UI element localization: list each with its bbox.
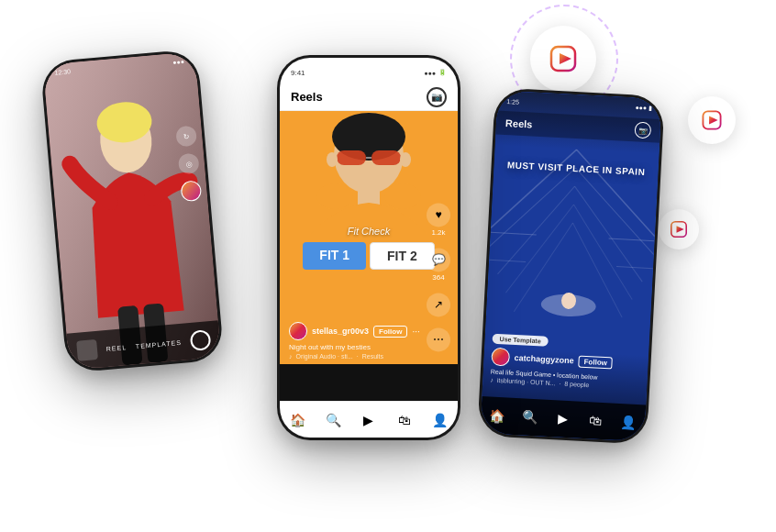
right-nav-reels[interactable]: ▶ bbox=[553, 409, 572, 428]
right-people: 8 people bbox=[564, 381, 589, 388]
center-username: stellas_gr00v3 bbox=[312, 327, 369, 336]
right-time: 1:25 bbox=[506, 98, 519, 105]
like-count: 1.2k bbox=[431, 228, 445, 237]
phone-right: 1:25 ●●● ▮ Reels 📷 MUST VISIT PLACE IN S… bbox=[477, 87, 665, 444]
left-shutter[interactable] bbox=[190, 329, 212, 351]
fit2-button[interactable]: FIT 2 bbox=[370, 242, 435, 270]
center-camera-icon[interactable]: 📷 bbox=[427, 87, 447, 107]
center-time: 9:41 bbox=[291, 69, 305, 77]
svg-rect-16 bbox=[371, 150, 401, 165]
reel-label: REEL bbox=[106, 344, 127, 352]
ctrl-filters[interactable]: ◎ bbox=[178, 153, 200, 175]
comment-count: 364 bbox=[432, 273, 444, 282]
right-nav-home[interactable]: 🏠 bbox=[488, 406, 507, 426]
like-action[interactable]: ♥ 1.2k bbox=[427, 203, 450, 237]
center-more-dots[interactable]: ··· bbox=[412, 327, 419, 337]
float-icon-small bbox=[659, 209, 699, 249]
right-username: catchaggyzone bbox=[514, 353, 573, 365]
right-camera-icon[interactable]: 📷 bbox=[634, 121, 651, 139]
svg-point-22 bbox=[384, 183, 421, 209]
scene: 12:30 ●●● ↻ ◎ REEL TEMPLATES bbox=[0, 0, 776, 532]
center-caption: Night out with my besties bbox=[289, 343, 449, 351]
right-header-title: Reels bbox=[505, 117, 533, 130]
center-battery: 🔋 bbox=[438, 69, 447, 76]
svg-marker-1 bbox=[560, 53, 571, 64]
templates-label: TEMPLATES bbox=[136, 338, 183, 349]
center-user-row: stellas_gr00v3 Follow ··· bbox=[289, 322, 449, 340]
right-avatar bbox=[491, 348, 510, 367]
right-nav-shop[interactable]: 🛍 bbox=[586, 411, 605, 430]
music-note: ♪ bbox=[289, 353, 293, 360]
fit1-button[interactable]: FIT 1 bbox=[303, 242, 366, 270]
svg-point-19 bbox=[400, 152, 411, 167]
center-nav-bar: 🏠 🔍 ▶ 🛍 👤 bbox=[280, 401, 458, 438]
right-music-note: ♪ bbox=[490, 377, 493, 383]
comment-icon: 💬 bbox=[427, 248, 450, 272]
phone-center: 9:41 ●●● 🔋 Reels 📷 Fit Check FIT 1 bbox=[277, 55, 460, 440]
right-nav-profile[interactable]: 👤 bbox=[619, 413, 638, 432]
audio-label: Original Audio · sti... bbox=[296, 353, 353, 360]
right-separator: · bbox=[559, 380, 560, 386]
share-icon: ↗ bbox=[427, 293, 450, 316]
svg-marker-5 bbox=[676, 226, 683, 233]
center-avatar bbox=[289, 322, 307, 340]
nav-reels[interactable]: ▶ bbox=[360, 411, 378, 429]
left-gallery-btn[interactable] bbox=[76, 339, 98, 361]
right-signal: ●●● ▮ bbox=[635, 104, 652, 112]
svg-point-18 bbox=[327, 152, 338, 167]
svg-marker-3 bbox=[709, 116, 718, 125]
phone-left: 12:30 ●●● ↻ ◎ REEL TEMPLATES bbox=[40, 49, 225, 373]
float-icon-medium bbox=[688, 96, 736, 144]
center-signal: ●●● bbox=[424, 70, 436, 76]
ctrl-flip[interactable]: ↻ bbox=[175, 126, 197, 148]
svg-point-21 bbox=[316, 183, 353, 209]
comment-action[interactable]: 💬 364 bbox=[427, 248, 450, 282]
nav-search[interactable]: 🔍 bbox=[324, 411, 342, 429]
like-icon: ♥ bbox=[427, 203, 450, 227]
center-user-info: stellas_gr00v3 Follow ··· Night out with… bbox=[280, 322, 458, 360]
center-follow-btn[interactable]: Follow bbox=[373, 326, 407, 338]
left-icons: ●●● bbox=[172, 58, 184, 65]
right-follow-btn[interactable]: Follow bbox=[578, 355, 613, 369]
right-nav-search[interactable]: 🔍 bbox=[520, 407, 539, 427]
right-user-info: Use Template catchaggyzone Follow Real l… bbox=[482, 327, 649, 391]
nav-shop[interactable]: 🛍 bbox=[395, 411, 414, 429]
separator: · bbox=[357, 353, 359, 360]
results-label: Results bbox=[362, 353, 383, 360]
center-header: Reels 📷 bbox=[280, 83, 458, 111]
float-icon-large bbox=[530, 26, 596, 92]
center-audio-row: ♪ Original Audio · sti... · Results bbox=[289, 353, 449, 360]
svg-rect-15 bbox=[337, 150, 366, 165]
ctrl-instagram[interactable] bbox=[180, 180, 202, 202]
share-action[interactable]: ↗ bbox=[427, 293, 450, 316]
nav-home[interactable]: 🏠 bbox=[288, 411, 306, 429]
nav-profile[interactable]: 👤 bbox=[431, 411, 449, 429]
center-header-title: Reels bbox=[291, 90, 323, 104]
center-status-bar: 9:41 ●●● 🔋 bbox=[280, 58, 458, 83]
right-nav-bar: 🏠 🔍 ▶ 🛍 👤 bbox=[480, 396, 646, 441]
